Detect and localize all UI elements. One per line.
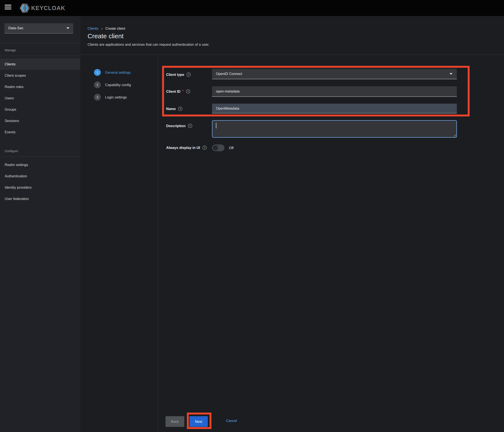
chevron-down-icon — [450, 73, 452, 75]
chevron-right-icon: › — [101, 27, 102, 30]
sidebar-section-configure: Configure — [5, 149, 18, 153]
sidebar-manage-items: Clients Client scopes Realm roles Users … — [0, 59, 80, 138]
wizard-step-general-settings[interactable]: 1 General settings — [94, 69, 131, 76]
realm-selector-value: Data-Sec — [8, 26, 66, 30]
keycloak-hexagon-icon — [20, 3, 30, 13]
step-number-badge: 1 — [94, 69, 101, 76]
sidebar-item-identity-providers[interactable]: Identity providers — [0, 182, 80, 193]
name-input[interactable] — [212, 104, 457, 113]
sidebar-configure-items: Realm settings Authentication Identity p… — [0, 159, 80, 204]
chevron-down-icon — [66, 27, 69, 29]
always-display-label: Always display in UI ? — [166, 145, 207, 150]
back-button[interactable]: Back — [165, 416, 184, 427]
always-display-toggle[interactable] — [212, 144, 225, 151]
keycloak-logo[interactable]: KEYCLOAK — [20, 2, 65, 14]
sidebar-item-groups[interactable]: Groups — [0, 104, 80, 115]
wizard-step-capability-config[interactable]: 2 Capability config — [94, 81, 131, 88]
toggle-knob — [213, 145, 218, 150]
client-type-value: OpenID Connect — [216, 72, 242, 76]
page-subtitle: Clients are applications and services th… — [88, 43, 209, 46]
brand-text: KEYCLOAK — [31, 5, 65, 11]
client-type-label: Client type ? — [166, 72, 191, 77]
hamburger-menu-icon[interactable] — [5, 4, 11, 10]
required-asterisk: * — [182, 89, 184, 93]
header-divider — [80, 55, 504, 55]
sidebar-divider — [0, 43, 80, 43]
sidebar-section-manage: Manage — [5, 48, 16, 52]
step-number-badge: 2 — [94, 81, 101, 88]
step-number-badge: 3 — [94, 94, 101, 101]
description-textarea[interactable] — [212, 120, 457, 138]
help-icon[interactable]: ? — [186, 73, 191, 77]
client-id-input[interactable] — [212, 86, 457, 97]
name-label: Name ? — [166, 106, 182, 111]
sidebar-divider — [0, 56, 80, 56]
breadcrumb-current: Create client — [105, 27, 125, 31]
wizard-step-login-settings[interactable]: 3 Login settings — [94, 94, 127, 101]
toggle-state-text: Off — [229, 144, 234, 151]
help-icon[interactable]: ? — [186, 89, 190, 93]
sidebar-divider — [0, 156, 80, 157]
client-id-label: Client ID * ? — [166, 89, 190, 94]
cancel-link[interactable]: Cancel — [226, 419, 237, 423]
help-icon[interactable]: ? — [188, 124, 192, 128]
realm-selector[interactable]: Data-Sec — [4, 23, 73, 34]
breadcrumb: Clients › Create client — [88, 27, 125, 31]
description-label: Description ? — [166, 123, 192, 129]
sidebar-item-realm-settings[interactable]: Realm settings — [0, 159, 80, 171]
sidebar-item-client-scopes[interactable]: Client scopes — [0, 70, 80, 81]
breadcrumb-clients-link[interactable]: Clients — [88, 27, 98, 31]
page-title: Create client — [88, 32, 123, 40]
sidebar-item-users[interactable]: Users — [0, 92, 80, 104]
sidebar-item-events[interactable]: Events — [0, 127, 80, 138]
text-cursor — [216, 123, 216, 129]
sidebar-item-realm-roles[interactable]: Realm roles — [0, 81, 80, 92]
sidebar-item-user-federation[interactable]: User federation — [0, 193, 80, 204]
client-type-select[interactable]: OpenID Connect — [212, 69, 457, 79]
next-button[interactable]: Next — [189, 416, 208, 427]
wizard-panel-divider — [158, 55, 158, 432]
sidebar-item-clients[interactable]: Clients — [0, 59, 80, 70]
help-icon[interactable]: ? — [178, 107, 182, 111]
help-icon[interactable]: ? — [202, 146, 207, 150]
sidebar-item-sessions[interactable]: Sessions — [0, 115, 80, 127]
top-bar: KEYCLOAK — [0, 0, 504, 16]
sidebar: Data-Sec Manage Clients Client scopes Re… — [0, 16, 80, 432]
resize-handle[interactable] — [453, 134, 456, 137]
sidebar-item-authentication[interactable]: Authentication — [0, 171, 80, 182]
